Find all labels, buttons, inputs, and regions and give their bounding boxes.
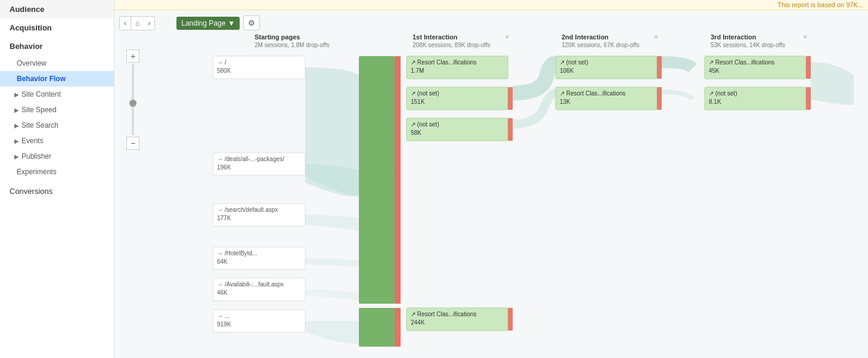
zoom-in-button[interactable]: + [126,50,140,63]
svg-text:46K: 46K [217,289,228,296]
svg-text:→ ...: → ... [217,313,230,319]
sidebar-item-behavior[interactable]: Behavior [0,37,114,55]
dropdown-arrow-icon: ▼ [228,19,235,27]
settings-button[interactable]: ⚙ [243,16,260,30]
svg-text:58K: 58K [411,129,421,136]
flow-diagram: Starting pages 2M sessions, 1.8M drop-of… [150,27,868,358]
svg-rect-49 [508,308,513,331]
svg-text:×: × [505,33,509,41]
svg-text:↗ (not set): ↗ (not set) [560,59,588,66]
svg-text:↗ (not set): ↗ (not set) [411,90,439,97]
svg-text:↗ (not set): ↗ (not set) [709,90,737,97]
report-notice: This report is based on 97K... [114,0,868,10]
svg-text:177K: 177K [217,215,231,221]
svg-rect-32 [359,308,395,347]
svg-text:2M sessions, 1.8M drop-offs: 2M sessions, 1.8M drop-offs [255,42,329,48]
sidebar-item-site-speed[interactable]: ▶ Site Speed [0,102,114,118]
dropdown-label: Landing Page [181,19,225,27]
zoom-slider[interactable] [132,64,134,135]
svg-rect-61 [806,56,811,79]
svg-text:13K: 13K [560,98,571,105]
svg-text:→ /Availabili-:...fault.aspx: → /Availabili-:...fault.aspx [217,281,284,288]
zoom-out-button[interactable]: − [126,137,140,150]
sidebar-item-acquisition[interactable]: Acquisition [0,18,114,37]
sidebar-item-behavior-flow[interactable]: Behavior Flow [0,71,114,87]
svg-text:1st Interaction: 1st Interaction [413,33,457,41]
svg-text:↓: ↓ [393,168,398,177]
sidebar-item-conversions[interactable]: Conversions [0,182,114,200]
chevron-right-icon: ▶ [14,153,19,160]
chevron-right-icon: ▶ [14,122,19,129]
svg-text:3rd Interaction: 3rd Interaction [711,33,757,41]
svg-text:→ /search/default.aspx: → /search/default.aspx [217,206,278,213]
svg-rect-57 [657,87,662,110]
sidebar-item-overview[interactable]: Overview [0,55,114,71]
sidebar-item-site-content[interactable]: ▶ Site Content [0,87,114,102]
svg-text:→ /deals/all-...-packages/: → /deals/all-...-packages/ [217,156,284,162]
svg-text:919K: 919K [217,321,231,328]
chevron-right-icon: ▶ [14,107,19,113]
sidebar-item-publisher[interactable]: ▶ Publisher [0,149,114,164]
svg-text:106K: 106K [560,67,574,74]
chevron-right-icon: ▶ [14,138,19,144]
svg-rect-29 [359,56,395,304]
svg-rect-65 [806,87,811,110]
sidebar-item-audience[interactable]: Audience [0,0,114,18]
svg-text:8.1K: 8.1K [709,98,721,105]
sidebar-item-experiments[interactable]: Experiments [0,164,114,180]
svg-rect-41 [508,87,513,110]
svg-text:↗ Resort Clas...ifications: ↗ Resort Clas...ifications [709,59,774,66]
sidebar-item-events[interactable]: ▶ Events [0,133,114,149]
sidebar-item-site-search[interactable]: ▶ Site Search [0,118,114,133]
nav-back-button[interactable]: ‹ [120,17,131,30]
svg-rect-30 [395,56,401,304]
svg-text:53K sessions, 14K drop-offs: 53K sessions, 14K drop-offs [711,42,785,48]
svg-text:1.7M: 1.7M [411,67,424,74]
landing-page-dropdown[interactable]: Landing Page ▼ [176,17,240,30]
svg-text:↗ Resort Clas...ifications: ↗ Resort Clas...ifications [560,90,625,97]
nav-home-button[interactable]: ⌂ [131,17,144,30]
svg-text:↗ (not set): ↗ (not set) [411,121,439,128]
nav-forward-button[interactable]: › [144,17,154,30]
sidebar: Audience Acquisition Behavior Overview B… [0,0,114,358]
svg-text:45K: 45K [709,67,720,74]
svg-text:64K: 64K [217,258,228,265]
zoom-controls: + − [126,50,140,150]
svg-text:151K: 151K [411,98,425,105]
svg-text:↗ Resort Clas...ifications: ↗ Resort Clas...ifications [411,59,476,66]
svg-text:×: × [654,33,658,41]
svg-text:244K: 244K [411,319,425,326]
flow-area: ‹ ⌂ › Landing Page ▼ ⚙ + − Starting pag [114,11,868,358]
svg-rect-53 [657,56,662,79]
svg-text:Starting pages: Starting pages [255,33,300,41]
svg-text:196K: 196K [217,164,231,171]
svg-text:×: × [803,33,807,41]
zoom-thumb[interactable] [129,100,137,107]
main-content: This report is based on 97K... ‹ ⌂ › Lan… [114,0,868,358]
navigation-controls: ‹ ⌂ › [119,16,155,30]
svg-text:208K sessions, 89K drop-offs: 208K sessions, 89K drop-offs [413,42,490,48]
svg-text:120K sessions, 67K drop-offs: 120K sessions, 67K drop-offs [562,42,639,48]
chevron-right-icon: ▶ [14,91,19,98]
svg-rect-45 [508,118,513,141]
svg-text:↓: ↓ [393,325,397,334]
svg-text:→ /HotelById...: → /HotelById... [217,250,257,257]
svg-text:580K: 580K [217,67,231,74]
svg-text:→ /: → / [217,59,227,66]
svg-text:2nd Interaction: 2nd Interaction [562,33,609,41]
svg-text:↗ Resort Clas...ifications: ↗ Resort Clas...ifications [411,311,476,317]
